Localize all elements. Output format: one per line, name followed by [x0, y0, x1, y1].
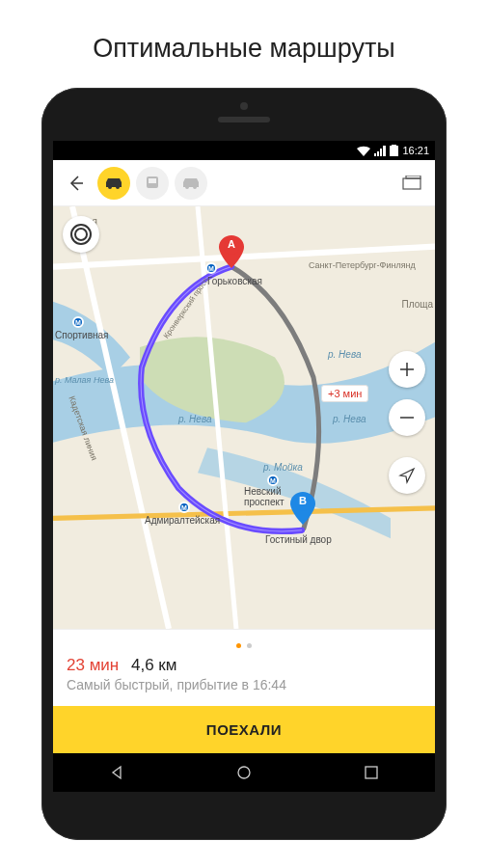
pager-dot[interactable]	[236, 643, 241, 648]
map-label-moika: р. Мойка	[263, 462, 303, 473]
route-pager[interactable]	[67, 639, 421, 656]
marker-a[interactable]: A	[219, 235, 244, 268]
bus-icon	[145, 176, 160, 191]
svg-point-12	[238, 767, 250, 778]
battery-icon	[390, 145, 398, 156]
metro-marker	[205, 262, 217, 274]
svg-point-11	[75, 229, 87, 240]
map-label-malaya: р. Малая Нева	[55, 375, 114, 385]
route-card: 23 мин 4,6 км Самый быстрый, прибытие в …	[53, 629, 435, 753]
toolbar	[53, 160, 435, 206]
marker-a-label: A	[228, 238, 235, 250]
go-button[interactable]: ПОЕХАЛИ	[53, 706, 435, 753]
map-label-spbfin: Санкт-Петербург-Финлянд	[309, 260, 416, 270]
nav-recent[interactable]	[364, 765, 379, 780]
compass-button[interactable]	[63, 216, 99, 253]
pager-dot[interactable]	[247, 643, 252, 648]
compass-icon	[69, 223, 93, 246]
locate-button[interactable]	[389, 457, 425, 494]
map-label-neva3: р. Нева	[333, 414, 366, 424]
map[interactable]: ая Горьковская Спортивная Санкт-Петербур…	[53, 206, 435, 629]
route-time: 23 мин	[67, 656, 119, 674]
map-label-gostiny: Гостиный двор	[265, 534, 332, 545]
clock: 16:21	[402, 145, 429, 156]
map-label-nevsky: Невский проспект	[244, 486, 285, 507]
map-label-admiral: Адмиралтейская	[145, 515, 220, 526]
svg-rect-1	[149, 178, 156, 183]
metro-marker	[178, 502, 190, 513]
marker-b[interactable]: B	[290, 492, 315, 525]
page-title: Оптимальные маршруты	[93, 34, 395, 64]
wifi-icon	[357, 146, 370, 156]
route-summary: 23 мин 4,6 км	[67, 656, 421, 675]
svg-rect-3	[406, 176, 420, 178]
screen: 16:21	[53, 141, 435, 792]
layers-button[interactable]	[396, 168, 427, 199]
nav-home[interactable]	[236, 765, 252, 780]
minus-icon	[398, 409, 416, 426]
mode-car-button[interactable]	[97, 167, 130, 200]
svg-rect-13	[366, 767, 377, 778]
android-nav-bar	[53, 753, 435, 792]
status-bar: 16:21	[53, 141, 435, 160]
nav-back[interactable]	[109, 765, 124, 780]
signal-icon	[374, 146, 386, 156]
layers-icon	[402, 176, 421, 191]
map-label-gorkovskaya: Горьковская	[207, 276, 262, 286]
zoom-in-button[interactable]	[389, 351, 425, 388]
map-label-neva2: р. Нева	[178, 414, 211, 424]
metro-marker	[267, 475, 279, 486]
back-button[interactable]	[61, 168, 92, 199]
car-icon	[105, 176, 122, 190]
mode-taxi-button[interactable]	[175, 167, 207, 200]
plus-icon	[398, 361, 416, 378]
route-subtitle: Самый быстрый, прибытие в 16:44	[67, 677, 421, 692]
map-label-neva1: р. Нева	[328, 349, 361, 360]
mode-transit-button[interactable]	[136, 167, 169, 200]
marker-b-label: B	[299, 495, 307, 506]
metro-marker	[72, 316, 84, 328]
taxi-icon	[182, 176, 200, 190]
phone-frame: 16:21	[41, 88, 447, 840]
locate-icon	[398, 467, 416, 484]
svg-rect-2	[403, 178, 420, 189]
map-label-sportivnaya: Спортивная	[55, 330, 109, 340]
map-label-ploshchad: Площа	[402, 299, 434, 310]
traffic-delta-badge: +3 мин	[321, 385, 368, 402]
route-distance: 4,6 км	[131, 656, 176, 674]
zoom-out-button[interactable]	[389, 399, 425, 436]
